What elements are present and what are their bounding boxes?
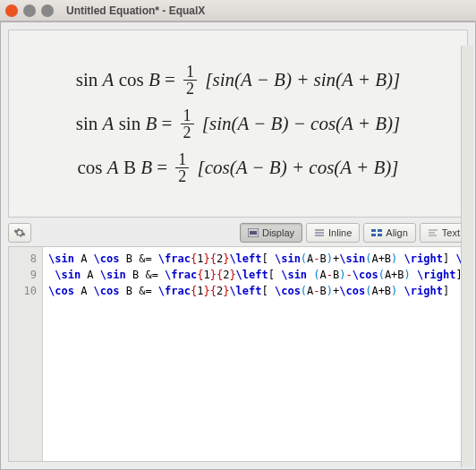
line-gutter: 8910 <box>9 247 43 461</box>
rhs: [cos(A − B) + cos(A + B)] <box>198 157 399 179</box>
close-button[interactable] <box>5 4 18 17</box>
equals: = <box>157 157 167 179</box>
fn: sin <box>76 113 98 135</box>
fn: sin <box>76 69 98 91</box>
equation-preview: sin A cos B = 12 [sin(A − B) + sin(A + B… <box>8 30 468 218</box>
equation-row: cos A B B = 12 [cos(A − B) + cos(A + B)] <box>78 151 399 184</box>
vertical-scrollbar[interactable] <box>461 46 473 467</box>
text-icon <box>428 228 438 237</box>
equals: = <box>161 113 172 135</box>
var: A <box>103 69 115 91</box>
label: Align <box>386 227 407 238</box>
equals: = <box>165 69 175 91</box>
code-area[interactable]: \sin A \cos B &= \frac{1}{2}\left[ \sin(… <box>43 247 467 461</box>
settings-button[interactable] <box>8 223 31 243</box>
display-icon <box>248 228 259 237</box>
var: A <box>107 157 119 179</box>
fn: B <box>123 157 136 179</box>
svg-rect-6 <box>378 229 382 232</box>
fn: cos <box>119 69 144 91</box>
maximize-button[interactable] <box>41 4 54 17</box>
fn: cos <box>78 157 103 179</box>
mode-toolbar: Display Inline Align Text <box>8 223 468 243</box>
source-editor: 8910 \sin A \cos B &= \frac{1}{2}\left[ … <box>8 246 468 462</box>
var: A <box>103 113 115 135</box>
display-mode-button[interactable]: Display <box>240 223 302 243</box>
svg-rect-1 <box>250 231 257 235</box>
gear-icon <box>13 226 26 239</box>
label: Text <box>442 227 460 238</box>
var: B <box>145 113 157 135</box>
code-line[interactable]: \cos A \cos B &= \frac{1}{2}\left[ \cos(… <box>48 283 462 299</box>
code-line[interactable]: \sin A \cos B &= \frac{1}{2}\left[ \sin(… <box>48 251 462 267</box>
fn: sin <box>119 113 141 135</box>
var: B <box>149 69 160 91</box>
fraction: 12 <box>183 64 197 97</box>
inline-icon <box>314 228 325 237</box>
inline-mode-button[interactable]: Inline <box>306 223 360 243</box>
fraction: 12 <box>181 107 194 141</box>
window-body: sin A cos B = 12 [sin(A − B) + sin(A + B… <box>0 21 476 470</box>
equation-row: sin A sin B = 12 [sin(A − B) − cos(A + B… <box>76 107 400 141</box>
code-line[interactable]: \sin A \sin B &= \frac{1}{2}\left[ \sin … <box>48 267 462 283</box>
align-mode-button[interactable]: Align <box>363 223 415 243</box>
minimize-button[interactable] <box>23 4 36 17</box>
rhs: [sin(A − B) + sin(A + B)] <box>205 69 400 91</box>
label: Display <box>262 227 294 238</box>
label: Inline <box>328 227 352 238</box>
titlebar: Untitled Equation* - EqualX <box>0 0 476 21</box>
align-icon <box>371 228 382 237</box>
equation-row: sin A cos B = 12 [sin(A − B) + sin(A + B… <box>76 64 400 97</box>
fraction: 12 <box>175 151 189 184</box>
svg-rect-8 <box>378 234 382 236</box>
svg-rect-7 <box>371 234 376 236</box>
rhs: [sin(A − B) − cos(A + B)] <box>202 113 400 135</box>
var: B <box>140 157 152 179</box>
window-title: Untitled Equation* - EqualX <box>66 4 205 17</box>
svg-rect-5 <box>371 229 376 232</box>
